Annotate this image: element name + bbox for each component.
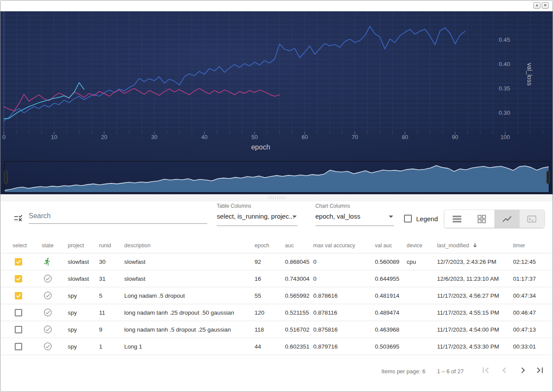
title-bar: ∧ ✕ [0,0,553,11]
col-header-timer[interactable]: timer [513,243,552,249]
previous-page-button[interactable] [499,365,510,376]
panel-splitter[interactable] [0,194,553,201]
cell-epoch: 44 [255,343,285,350]
axis-tick-label: 50 [252,134,258,140]
cell-description: Long 1 [124,343,255,350]
col-header-max-val-accuracy[interactable]: max val accuracy [313,243,375,249]
axis-tick-label: 20 [101,134,107,140]
brush-handle-left[interactable] [4,171,7,184]
cell-timer: 00:47:13 [513,326,552,333]
cell-val-auc: 0.481914 [375,292,407,299]
cell-runid: 9 [99,326,124,333]
first-page-button[interactable] [480,365,491,376]
completed-state-icon [43,342,53,351]
col-header-last-modified[interactable]: last_modified [437,242,513,249]
list-view-button[interactable] [444,210,470,228]
splitter-drag-handle-icon[interactable] [268,196,286,199]
table-row[interactable]: spy11long nadam tanh .25 dropout .50 gau… [0,304,553,321]
cell-last-modified: 11/17/2023, 4:54:00 PM [437,326,513,333]
cell-val-auc: 0.560089 [375,259,407,265]
col-header-val-auc[interactable]: val auc [375,243,407,249]
collapse-window-icon[interactable]: ∧ [533,2,540,9]
check-icon [16,293,21,299]
completed-state-icon [43,325,53,334]
cell-epoch: 55 [255,292,285,299]
col-header-runid[interactable]: runid [99,243,124,249]
chart-overview-brush[interactable] [0,161,553,194]
run-state [43,308,68,317]
cell-max-val-accuracy: 0.875816 [313,326,375,333]
cell-last-modified: 12/6/2023, 11:23:10 AM [437,276,513,282]
cell-description: slowfast [124,276,255,282]
terminal-view-button[interactable] [520,210,545,228]
col-header-auc[interactable]: auc [285,243,313,249]
col-header-epoch[interactable]: epoch [255,243,285,249]
table-row[interactable]: spy5Long nadam .5 dropout550.5659920.878… [0,287,553,304]
run-state [43,342,68,351]
cell-auc: 0.521155 [285,309,313,316]
chart-columns-value: epoch, val_loss [315,213,360,220]
row-select-checkbox[interactable] [15,326,22,333]
table-columns-value: select, is_running, projec... [217,213,294,220]
line-chart-icon [502,214,512,224]
search-input[interactable] [29,208,207,224]
col-header-project[interactable]: project [68,243,99,249]
cell-auc: 0.565992 [285,292,313,299]
table-columns-select[interactable]: Table Columns select, is_running, projec… [217,203,298,226]
val-loss-line-chart: 01020304050607080901000.300.350.400.45ep… [0,11,553,160]
cell-last-modified: 11/17/2023, 4:53:30 PM [437,343,513,350]
cell-project: slowfast [68,276,99,282]
cell-project: slowfast [68,259,99,265]
close-window-icon[interactable]: ✕ [542,2,549,9]
check-icon [16,259,21,265]
page-range-label: 1 – 6 of 27 [437,368,464,375]
col-header-device[interactable]: device [407,243,437,249]
table-toolbar: Table Columns select, is_running, projec… [0,201,553,237]
chart-view-button[interactable] [494,210,520,228]
axis-tick-label: 100 [500,134,510,140]
cell-val-auc: 0.503695 [375,343,407,350]
axis-tick-label: 10 [51,134,57,140]
run-state [43,257,68,266]
last-page-button[interactable] [534,365,546,376]
completed-state-icon [43,274,53,283]
cell-epoch: 92 [255,259,285,265]
cell-auc: 0.743004 [285,276,313,282]
cell-runid: 31 [99,276,124,282]
row-select-checkbox[interactable] [15,309,22,316]
cell-project: spy [68,343,99,350]
completed-state-icon [43,308,53,317]
chart-panel: 01020304050607080901000.300.350.400.45ep… [0,11,553,194]
table-footer: Items per page: 6 1 – 6 of 27 [0,355,553,385]
cell-last-modified: 11/17/2023, 4:55:15 PM [437,309,513,316]
next-page-button[interactable] [517,365,529,376]
cell-description: long nadam tanh .25 dropout .50 gaussian [124,309,255,316]
chart-columns-select[interactable]: Chart Columns epoch, val_loss [315,203,394,226]
chevron-left-icon [499,365,510,376]
cell-project: spy [68,292,99,299]
table-row[interactable]: slowfast30slowfast920.86804500.560089cpu… [0,253,553,270]
table-row[interactable]: spy1Long 1440.6023510.8797160.50369511/1… [0,338,553,355]
axis-tick-label: 0.30 [499,110,510,116]
col-header-description[interactable]: description [124,243,255,249]
col-header-select[interactable]: select [13,243,42,249]
col-header-state[interactable]: state [42,243,68,249]
row-select-checkbox[interactable] [15,258,22,266]
check-icon [16,276,21,282]
brush-handle-right[interactable] [546,171,550,184]
cell-timer: 00:33:01 [513,343,552,350]
series-slowfast-runid-30 [4,27,465,121]
table-row[interactable]: slowfast31slowfast160.74300400.64495512/… [0,270,553,287]
run-state [43,274,68,283]
grid-view-button[interactable] [470,210,495,228]
axis-tick-label: 60 [301,134,308,140]
completed-state-icon [43,291,53,300]
table-row[interactable]: spy9long nadam tanh .5 dropout .25 gauss… [0,321,553,338]
table-header: select state project runid description e… [0,237,553,253]
row-select-checkbox[interactable] [15,343,22,350]
row-select-checkbox[interactable] [15,292,22,299]
axis-tick-label: 70 [352,134,358,140]
row-select-checkbox[interactable] [15,275,22,282]
filter-rule-icon[interactable] [13,213,23,225]
legend-checkbox[interactable] [404,215,412,223]
